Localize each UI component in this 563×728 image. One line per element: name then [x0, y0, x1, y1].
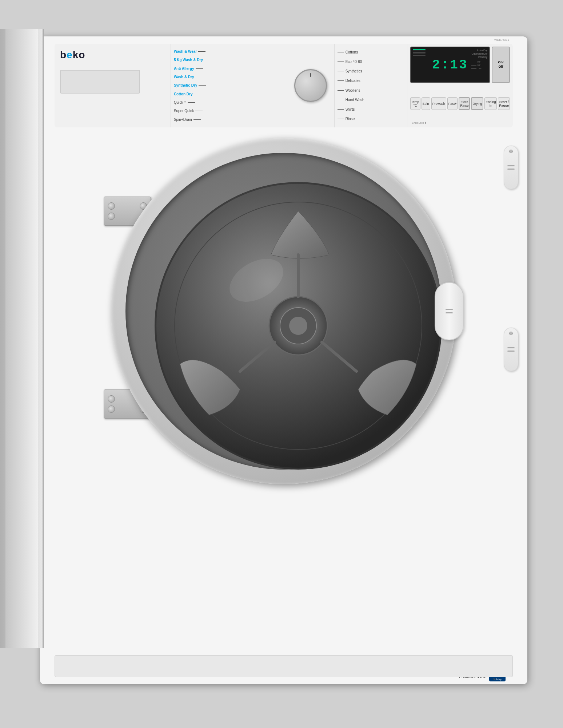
spin-button[interactable]: Spin — [422, 97, 430, 110]
scene: WDK75211 beko Wash & Wear 5 Kg Wash & Dr… — [0, 0, 563, 728]
prewash-button[interactable]: Prewash — [431, 97, 446, 110]
button-line-4 — [507, 351, 515, 352]
door-frame — [0, 29, 44, 648]
model-number: WDK75211 — [494, 38, 509, 41]
control-buttons-row: Temp °C Spin Prewash Fast+ Extra Rinse D… — [410, 97, 510, 110]
indicator-400rpm — [413, 55, 426, 56]
program-shirts[interactable]: Shirts — [338, 107, 404, 111]
hinge-bolt-bl — [108, 213, 115, 220]
programs-left: Wash & Wear 5 Kg Wash & Dry Anti Allergy… — [171, 44, 287, 127]
prog-line — [195, 111, 203, 111]
display-area: 2:13 Extra Dry Cupboard Dry Iron Dry 90° — [407, 44, 513, 127]
program-wash-dry-label: Wash & Dry — [174, 75, 194, 79]
program-rinse-label: Rinse — [346, 117, 355, 121]
program-eco4060[interactable]: Eco 40-60 — [338, 60, 404, 64]
detergent-drawer[interactable] — [60, 70, 140, 94]
door-glass[interactable] — [155, 182, 442, 470]
top-right-button-bottom[interactable] — [504, 328, 518, 371]
program-synthetic-dry[interactable]: Synthetic Dry — [174, 83, 284, 87]
prog-line — [204, 60, 212, 60]
program-wash-wear-label: Wash & Wear — [174, 50, 197, 54]
program-5kg-wash-dry[interactable]: 5 Kg Wash & Dry — [174, 58, 284, 62]
program-cotton-dry[interactable]: Cotton Dry — [174, 92, 284, 96]
program-5kg-label: 5 Kg Wash & Dry — [174, 58, 203, 62]
extra-rinse-button[interactable]: Extra Rinse — [459, 97, 470, 110]
prog-line — [188, 102, 195, 103]
door-outer-ring — [111, 138, 456, 484]
start-pause-button[interactable]: Start / Pause — [498, 97, 510, 110]
handle-line-1 — [446, 309, 453, 310]
program-cottons[interactable]: Cottons — [338, 50, 404, 54]
button-lines-bottom — [507, 347, 515, 352]
program-wash-wear[interactable]: Wash & Wear — [174, 50, 284, 54]
fast-plus-button[interactable]: Fast+ — [447, 97, 458, 110]
drying-button[interactable]: Drying — [471, 97, 483, 110]
label-extra-dry: Extra Dry — [471, 49, 487, 52]
program-dial[interactable] — [294, 69, 327, 102]
prog-line — [194, 94, 201, 94]
drum-svg — [155, 182, 442, 470]
program-cotton-dry-label: Cotton Dry — [174, 92, 193, 96]
program-delicates[interactable]: Delicates — [338, 79, 404, 83]
program-woollens-label: Woollens — [346, 88, 360, 92]
display-right-labels: Extra Dry Cupboard Dry Iron Dry 90° — [471, 49, 487, 70]
prog-line — [193, 119, 201, 120]
hinge-bolt-tl2 — [108, 395, 115, 403]
program-quick-label: Quick = — [174, 100, 186, 104]
temp-button[interactable]: Temp °C — [410, 97, 420, 110]
child-lock-label: Child Lock ⬇ — [410, 122, 510, 124]
program-eco4060-label: Eco 40-60 — [346, 60, 362, 64]
display-time: 2:13 — [432, 58, 468, 72]
dial-area — [287, 44, 335, 127]
on-off-button[interactable]: On/ Off — [492, 47, 510, 83]
program-super-quick[interactable]: Super Quick — [174, 109, 284, 113]
handle-line-2 — [446, 312, 453, 313]
prog-line — [338, 52, 344, 52]
indicator-600rpm — [413, 54, 426, 54]
program-woollens[interactable]: Woollens — [338, 88, 404, 92]
door-frame-inner — [5, 29, 38, 648]
bottom-panel — [55, 655, 513, 677]
button-line-2 — [507, 169, 515, 170]
program-anti-allergy[interactable]: Anti Allergy — [174, 67, 284, 71]
button-line-1 — [507, 165, 515, 166]
door-area — [111, 138, 456, 484]
label-cupboard-dry: Cupboard Dry — [471, 52, 487, 55]
prog-line — [338, 71, 344, 71]
program-spin-drain[interactable]: Spin+Drain — [174, 118, 284, 122]
program-spin-drain-label: Spin+Drain — [174, 118, 192, 122]
indicator-1200rpm — [413, 49, 426, 50]
program-super-quick-label: Super Quick — [174, 109, 194, 113]
prog-line — [338, 119, 344, 119]
button-dot-top — [509, 150, 513, 153]
program-synthetics[interactable]: Synthetics — [338, 69, 404, 73]
handle-lines — [446, 309, 453, 313]
program-delicates-label: Delicates — [346, 79, 360, 83]
display-screen: 2:13 Extra Dry Cupboard Dry Iron Dry 90° — [410, 47, 490, 83]
door-handle[interactable] — [435, 282, 464, 340]
prog-line — [199, 85, 206, 86]
hinge-bolt-tl — [108, 202, 115, 210]
brand-area: beko — [55, 44, 171, 127]
button-lines-top — [507, 165, 515, 170]
program-shirts-label: Shirts — [346, 107, 355, 111]
prog-line — [196, 77, 203, 77]
display-indicators — [413, 49, 426, 56]
prog-line — [338, 62, 344, 62]
button-line-3 — [507, 347, 515, 348]
program-quick[interactable]: Quick = — [174, 100, 284, 104]
program-hand-wash[interactable]: Hand Wash — [338, 98, 404, 102]
button-dot-bottom — [509, 332, 513, 335]
ending-in-button[interactable]: Ending In — [484, 97, 497, 110]
indicator-800rpm — [413, 52, 426, 53]
prog-line — [338, 80, 344, 81]
top-right-button-top[interactable] — [504, 146, 518, 189]
program-rinse[interactable]: Rinse — [338, 117, 404, 121]
hinge-bolt-bl2 — [108, 405, 115, 413]
prog-line — [338, 100, 344, 100]
washer-body: WDK75211 beko Wash & Wear 5 Kg Wash & Dr… — [40, 36, 527, 684]
prog-line — [198, 51, 205, 52]
program-hand-wash-label: Hand Wash — [346, 98, 364, 102]
indicator-1000rpm — [413, 51, 426, 51]
program-wash-dry[interactable]: Wash & Dry — [174, 75, 284, 79]
